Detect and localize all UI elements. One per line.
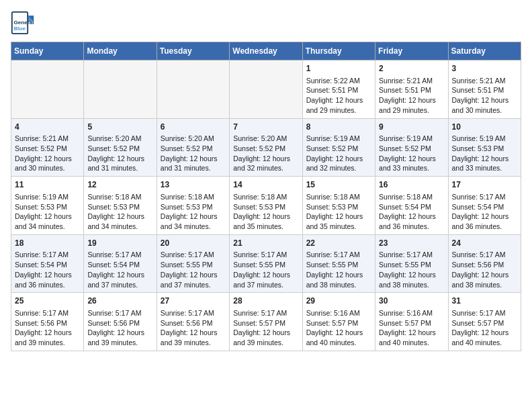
day-info-line: Sunset: 5:56 PM: [452, 260, 517, 270]
day-info-line: Sunset: 5:51 PM: [452, 85, 517, 95]
day-info-line: Sunset: 5:56 PM: [87, 318, 152, 328]
svg-text:Blue: Blue: [14, 26, 26, 32]
calendar-week-row: 25Sunrise: 5:17 AMSunset: 5:56 PMDayligh…: [11, 293, 521, 351]
day-info-line: Sunrise: 5:16 AM: [306, 308, 371, 318]
day-number: 13: [161, 179, 226, 191]
day-number: 3: [452, 63, 517, 75]
calendar-day-cell: 30Sunrise: 5:16 AMSunset: 5:57 PMDayligh…: [375, 293, 448, 351]
day-number: 25: [15, 295, 80, 307]
day-info-line: Sunrise: 5:18 AM: [161, 192, 226, 202]
day-info-line: Sunset: 5:54 PM: [452, 202, 517, 212]
day-info-line: Daylight: 12 hours: [452, 212, 517, 222]
day-info-line: Sunrise: 5:21 AM: [452, 76, 517, 86]
calendar-week-row: 11Sunrise: 5:19 AMSunset: 5:53 PMDayligh…: [11, 177, 521, 235]
calendar-day-cell: 11Sunrise: 5:19 AMSunset: 5:53 PMDayligh…: [11, 177, 84, 235]
day-number: 15: [306, 179, 371, 191]
day-info-line: Sunrise: 5:16 AM: [379, 308, 444, 318]
day-info-line: Sunset: 5:55 PM: [161, 260, 226, 270]
day-info-line: and 37 minutes.: [87, 280, 152, 290]
day-info-line: and 40 minutes.: [452, 338, 517, 348]
day-info-line: Sunrise: 5:17 AM: [452, 250, 517, 260]
calendar-day-cell: 16Sunrise: 5:18 AMSunset: 5:54 PMDayligh…: [375, 177, 448, 235]
calendar-day-cell: 25Sunrise: 5:17 AMSunset: 5:56 PMDayligh…: [11, 293, 84, 351]
day-number: 26: [87, 295, 152, 307]
day-number: 21: [233, 238, 298, 249]
day-info-line: Sunrise: 5:17 AM: [233, 250, 298, 260]
day-info-line: Sunset: 5:57 PM: [306, 318, 371, 328]
day-info-line: Daylight: 12 hours: [379, 212, 444, 222]
weekday-header-row: SundayMondayTuesdayWednesdayThursdayFrid…: [11, 42, 521, 60]
day-number: 9: [379, 122, 444, 133]
calendar-day-cell: 7Sunrise: 5:20 AMSunset: 5:52 PMDaylight…: [230, 118, 302, 177]
day-info-line: and 34 minutes.: [87, 222, 152, 232]
calendar-day-cell: 26Sunrise: 5:17 AMSunset: 5:56 PMDayligh…: [84, 293, 157, 351]
day-info-line: Sunrise: 5:20 AM: [233, 134, 298, 144]
day-info-line: Sunset: 5:55 PM: [379, 260, 444, 270]
calendar-day-cell: 6Sunrise: 5:20 AMSunset: 5:52 PMDaylight…: [157, 118, 229, 177]
day-info-line: Daylight: 12 hours: [233, 212, 298, 222]
calendar-week-row: 4Sunrise: 5:21 AMSunset: 5:52 PMDaylight…: [11, 118, 521, 177]
day-number: 6: [161, 122, 226, 133]
day-info-line: Sunset: 5:54 PM: [379, 202, 444, 212]
day-info-line: Sunset: 5:53 PM: [15, 202, 80, 212]
day-info-line: Daylight: 12 hours: [306, 270, 371, 280]
day-info-line: and 36 minutes.: [379, 222, 444, 232]
day-info-line: Sunrise: 5:22 AM: [306, 76, 371, 86]
day-info-line: Sunrise: 5:19 AM: [452, 134, 517, 144]
calendar-day-cell: 2Sunrise: 5:21 AMSunset: 5:51 PMDaylight…: [375, 60, 448, 119]
day-info-line: Sunset: 5:52 PM: [233, 144, 298, 154]
day-info-line: and 30 minutes.: [15, 163, 80, 173]
calendar-day-cell: 19Sunrise: 5:17 AMSunset: 5:54 PMDayligh…: [84, 234, 157, 293]
day-info-line: and 36 minutes.: [452, 222, 517, 232]
day-info-line: and 38 minutes.: [379, 280, 444, 290]
day-number: 28: [233, 295, 298, 307]
day-info-line: and 29 minutes.: [306, 105, 371, 116]
day-info-line: Sunset: 5:52 PM: [161, 144, 226, 154]
day-info-line: Sunset: 5:56 PM: [15, 318, 80, 328]
day-info-line: and 39 minutes.: [15, 338, 80, 348]
calendar-day-cell: [230, 60, 302, 119]
day-info-line: and 34 minutes.: [161, 222, 226, 232]
calendar-day-cell: 20Sunrise: 5:17 AMSunset: 5:55 PMDayligh…: [157, 234, 229, 293]
day-info-line: Sunrise: 5:19 AM: [306, 134, 371, 144]
day-info-line: Daylight: 12 hours: [452, 328, 517, 338]
day-number: 31: [452, 295, 517, 307]
day-info-line: Sunset: 5:53 PM: [161, 202, 226, 212]
day-info-line: and 35 minutes.: [233, 222, 298, 232]
svg-text:General: General: [14, 19, 34, 26]
day-info-line: and 40 minutes.: [379, 338, 444, 348]
day-info-line: and 37 minutes.: [161, 280, 226, 290]
day-info-line: Daylight: 12 hours: [15, 154, 80, 164]
day-info-line: Sunrise: 5:21 AM: [15, 134, 80, 144]
calendar-day-cell: 1Sunrise: 5:22 AMSunset: 5:51 PMDaylight…: [302, 60, 375, 119]
day-info-line: Daylight: 12 hours: [233, 328, 298, 338]
day-number: 2: [379, 63, 444, 75]
calendar-day-cell: 5Sunrise: 5:20 AMSunset: 5:52 PMDaylight…: [84, 118, 157, 177]
calendar-day-cell: 15Sunrise: 5:18 AMSunset: 5:53 PMDayligh…: [302, 177, 375, 235]
calendar-body: 1Sunrise: 5:22 AMSunset: 5:51 PMDaylight…: [11, 60, 521, 351]
day-info-line: and 39 minutes.: [233, 338, 298, 348]
day-info-line: Daylight: 12 hours: [379, 328, 444, 338]
day-info-line: Daylight: 12 hours: [452, 154, 517, 164]
day-info-line: and 31 minutes.: [87, 163, 152, 173]
day-info-line: Daylight: 12 hours: [306, 212, 371, 222]
calendar-day-cell: 10Sunrise: 5:19 AMSunset: 5:53 PMDayligh…: [448, 118, 521, 177]
weekday-header-cell: Thursday: [302, 42, 375, 60]
day-info-line: Daylight: 12 hours: [306, 154, 371, 164]
day-info-line: Daylight: 12 hours: [161, 212, 226, 222]
day-info-line: Daylight: 12 hours: [379, 95, 444, 105]
calendar-table: SundayMondayTuesdayWednesdayThursdayFrid…: [11, 42, 521, 351]
day-info-line: Sunset: 5:51 PM: [379, 85, 444, 95]
calendar-day-cell: 21Sunrise: 5:17 AMSunset: 5:55 PMDayligh…: [230, 234, 302, 293]
day-info-line: Sunrise: 5:17 AM: [87, 308, 152, 318]
day-info-line: Daylight: 12 hours: [87, 154, 152, 164]
day-info-line: Daylight: 12 hours: [306, 95, 371, 105]
page-header: General Blue: [11, 11, 521, 35]
weekday-header-cell: Tuesday: [157, 42, 229, 60]
calendar-day-cell: 23Sunrise: 5:17 AMSunset: 5:55 PMDayligh…: [375, 234, 448, 293]
day-info-line: and 34 minutes.: [15, 222, 80, 232]
day-info-line: and 29 minutes.: [379, 105, 444, 116]
day-number: 10: [452, 122, 517, 133]
weekday-header-cell: Sunday: [11, 42, 84, 60]
day-info-line: and 37 minutes.: [233, 280, 298, 290]
